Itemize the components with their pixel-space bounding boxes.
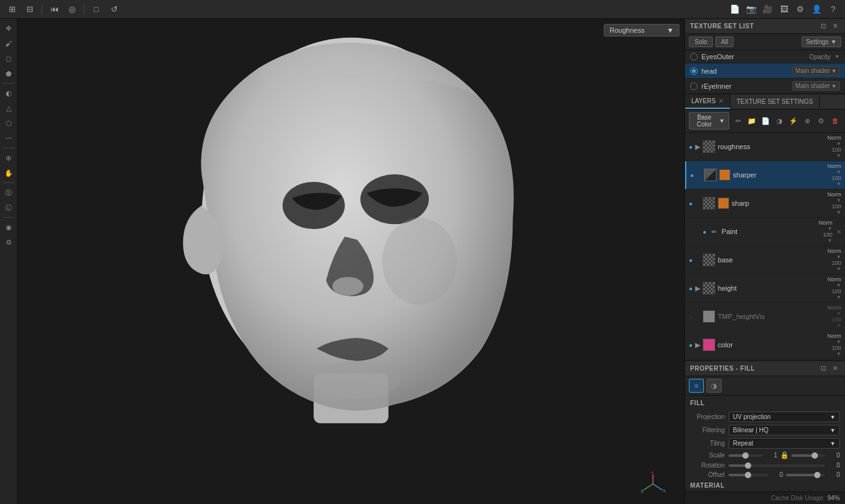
texture-set-restore-icon[interactable]: ⊡ — [819, 21, 828, 31]
scale-slider[interactable] — [729, 454, 763, 457]
toolbar-icon-photo[interactable]: 🖼 — [777, 3, 791, 16]
settings-button[interactable]: Settings ▼ — [802, 36, 841, 47]
scale-num: 0 — [827, 452, 840, 459]
toolbar-icon-grid[interactable]: ⊞ — [5, 3, 19, 16]
layer-tmp-heightvis[interactable]: ○ ▶ TMP_heightVis Norm▼ 100▼ — [685, 303, 845, 331]
toolbar-separator-1 — [42, 4, 42, 15]
properties-header-icons: ⊡ ✕ — [819, 364, 840, 373]
layer-color[interactable]: ● ▶ color Norm▼ 100▼ — [685, 331, 845, 359]
rotation-slider-thumb[interactable] — [745, 462, 751, 469]
layer-tool-effect[interactable]: ⚡ — [787, 115, 800, 127]
prop-tab-material[interactable]: ◑ — [706, 379, 722, 393]
texture-set-item-head[interactable]: head Main shader ▼ — [685, 64, 845, 79]
solo-button[interactable]: Solo — [689, 36, 713, 47]
layer-tool-delete[interactable]: 🗑 — [829, 115, 841, 127]
prop-tabs: ≡ ◑ — [685, 376, 845, 396]
sidebar-sep-4 — [3, 217, 14, 218]
offset-slider-y-thumb[interactable] — [814, 472, 820, 478]
toolbar-icon-skip[interactable]: ⏮ — [47, 3, 61, 16]
tool-env[interactable]: ◉ — [2, 220, 16, 234]
layer-vis-height[interactable]: ● — [689, 285, 693, 292]
opacity-label[interactable]: Opacity — [809, 53, 831, 60]
offset-slider-x-thumb[interactable] — [745, 472, 751, 478]
filtering-dropdown[interactable]: Bilinear | HQ ▼ — [729, 425, 840, 435]
layer-vis-sharper[interactable]: ● — [690, 172, 694, 179]
tool-grab[interactable]: ✋ — [2, 166, 16, 180]
layer-vis-base[interactable]: ● — [689, 257, 693, 264]
toolbar-icon-refresh[interactable]: ↺ — [107, 3, 121, 16]
toolbar-icon-window[interactable]: □ — [89, 3, 103, 16]
layer-name-height: height — [718, 284, 825, 292]
layer-sharper[interactable]: ● ▶ sharper Norm▼ 100▼ — [685, 161, 845, 189]
layer-height[interactable]: ● ▶ height Norm▼ 100▼ — [685, 274, 845, 303]
prop-tab-layers[interactable]: ≡ — [689, 379, 704, 393]
layer-tool-add-folder[interactable]: 📁 — [746, 115, 758, 127]
layer-vis-roughness[interactable]: ● — [689, 143, 693, 150]
tool-fill[interactable]: ⬟ — [2, 67, 16, 81]
texture-set-list: TEXTURE SET LIST ⊡ ✕ Solo All Settings ▼… — [685, 19, 845, 94]
layer-vis-sharp[interactable]: ● — [689, 200, 693, 207]
tool-geometry[interactable]: △ — [2, 101, 16, 115]
toolbar-icon-file[interactable]: 📄 — [728, 3, 742, 16]
toolbar-icon-camera[interactable]: 📷 — [744, 3, 758, 16]
rotation-slider[interactable] — [729, 464, 825, 467]
layer-tool-pencil[interactable]: ✏ — [732, 115, 744, 127]
texture-set-name-head: head — [701, 67, 788, 75]
layer-paint-close[interactable]: ✕ — [836, 228, 841, 235]
all-button[interactable]: All — [715, 36, 734, 47]
properties-close-icon[interactable]: ✕ — [831, 364, 840, 373]
scale-slider2[interactable] — [791, 454, 825, 457]
offset-slider-y[interactable] — [786, 474, 825, 476]
base-color-button[interactable]: Base Color ▼ — [689, 112, 729, 130]
layer-tool-mask[interactable]: ◑ — [773, 115, 786, 127]
layer-vis-tmp[interactable]: ○ — [689, 313, 693, 320]
layer-tool-add-layer[interactable]: 📄 — [759, 115, 772, 127]
tool-eyedropper[interactable]: ⊕ — [2, 151, 16, 165]
tool-p1[interactable]: Ⓢ — [2, 186, 16, 199]
projection-dropdown[interactable]: UV projection ▼ — [729, 412, 840, 422]
scale-slider-thumb[interactable] — [742, 452, 749, 459]
layer-paint[interactable]: ● ✏ Paint Norm▼ 100▼ ✕ — [685, 218, 845, 246]
tab-layers[interactable]: LAYERS ✕ — [685, 94, 730, 109]
properties-restore-icon[interactable]: ⊡ — [819, 364, 828, 373]
toolbar-icon-video[interactable]: 🎥 — [761, 3, 774, 16]
layer-roughness[interactable]: ● ▶ roughness Norm▼ 100▼ — [685, 133, 845, 161]
toolbar-icon-user[interactable]: 👤 — [810, 3, 824, 16]
tool-eraser[interactable]: ◻ — [2, 52, 16, 65]
viewport-roughness-dropdown[interactable]: Roughness ▼ — [604, 24, 679, 36]
tool-p2[interactable]: Ⓛ — [2, 201, 16, 215]
scale-slider2-thumb[interactable] — [812, 452, 818, 459]
layer-base[interactable]: ● ▶ base Norm▼ 100▼ — [685, 246, 845, 274]
toolbar-icon-target[interactable]: ◎ — [65, 3, 79, 16]
texture-set-shader-head[interactable]: Main shader ▼ — [792, 66, 840, 76]
layer-vis-color[interactable]: ● — [689, 342, 693, 349]
scale-lock-icon[interactable]: 🔒 — [780, 451, 789, 459]
texture-set-item-eyesouter[interactable]: EyesOuter Opacity ▼ — [685, 50, 845, 64]
svg-line-8 — [653, 484, 662, 490]
layer-tool-copy[interactable]: ⊕ — [801, 115, 814, 127]
layer-vis-paint[interactable]: ● — [703, 228, 706, 235]
toolbar-icon-grid2[interactable]: ⊟ — [23, 3, 37, 16]
layers-tab-close[interactable]: ✕ — [718, 98, 723, 104]
tool-brush[interactable]: 🖌 — [2, 36, 16, 50]
toolbar-icon-help[interactable]: ? — [826, 3, 840, 16]
tiling-dropdown[interactable]: Repeat ▼ — [729, 438, 840, 449]
tab-texture-set-settings[interactable]: TEXTURE SET SETTINGS — [730, 95, 820, 108]
viewport[interactable]: Roughness ▼ x y z — [18, 19, 684, 504]
toolbar-icon-settings-top[interactable]: ⚙ — [793, 3, 807, 16]
tool-polygon[interactable]: ⬡ — [2, 116, 16, 130]
tool-settings2[interactable]: ⚙ — [2, 235, 16, 249]
radio-eyesouter[interactable] — [690, 53, 698, 60]
texture-set-item-reyelinner[interactable]: rEyeInner Main shader ▼ — [685, 79, 845, 94]
tool-color[interactable]: ◐ — [2, 86, 16, 100]
tool-smudge[interactable]: 〰 — [2, 132, 16, 145]
radio-reyelinner[interactable] — [690, 82, 698, 90]
layer-tool-settings[interactable]: ⚙ — [815, 115, 827, 127]
tool-move[interactable]: ✥ — [2, 21, 16, 35]
texture-set-close-icon[interactable]: ✕ — [831, 21, 840, 31]
radio-head[interactable] — [690, 67, 698, 75]
offset-slider-x[interactable] — [729, 474, 768, 476]
texture-set-shader-reyelinner[interactable]: Main shader ▼ — [792, 81, 840, 91]
layer-sharp[interactable]: ● ▶ sharp Norm▼ 100▼ — [685, 189, 845, 218]
layers-list: ● ▶ roughness Norm▼ 100▼ ● ▶ sharper — [685, 133, 845, 361]
